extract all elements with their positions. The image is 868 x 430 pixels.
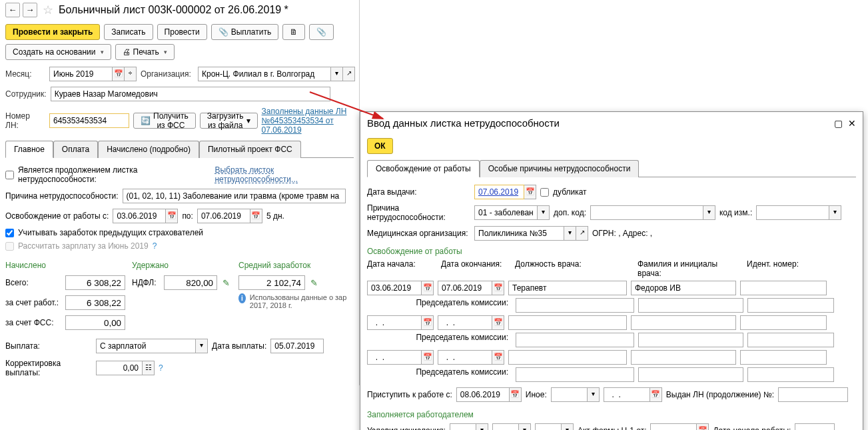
open-icon[interactable]: ↗ — [576, 226, 588, 241]
calc-icon[interactable]: ☷ — [143, 361, 155, 375]
continuation-checkbox[interactable] — [5, 171, 14, 179]
issue-date-input[interactable] — [474, 185, 524, 199]
other-code-input[interactable] — [551, 387, 588, 402]
org-input[interactable] — [198, 67, 331, 81]
dropdown-icon[interactable]: ▾ — [829, 205, 841, 220]
star-icon[interactable]: ☆ — [40, 3, 56, 17]
chairman3-ident[interactable] — [747, 367, 834, 382]
calendar-icon[interactable]: 📅 — [524, 185, 536, 199]
return-date-input[interactable] — [456, 387, 510, 402]
dropdown-icon[interactable]: ▾ — [562, 423, 574, 430]
forward-button[interactable]: → — [23, 3, 37, 17]
calendar-icon[interactable]: 📅 — [422, 350, 434, 365]
calendar-icon[interactable]: 📅 — [422, 281, 434, 295]
help-icon[interactable]: ? — [153, 241, 157, 251]
calendar-icon[interactable]: 📅 — [422, 315, 434, 330]
reason-input[interactable] — [123, 189, 346, 203]
ok-button[interactable]: ОК — [367, 138, 393, 154]
period3-start[interactable] — [367, 350, 422, 365]
choose-sheet-link[interactable]: Выбрать листок нетрудоспособности... — [215, 165, 354, 184]
other-date-input[interactable] — [604, 387, 650, 402]
open-icon[interactable]: ↗ — [343, 67, 355, 81]
help-icon[interactable]: ? — [159, 363, 163, 373]
pay-button[interactable]: 📎 Выплатить — [211, 24, 279, 40]
tab-payment[interactable]: Оплата — [53, 141, 98, 158]
dropdown-icon[interactable]: ▾ — [331, 67, 343, 81]
fss-pay-value[interactable] — [65, 315, 125, 330]
load-file-button[interactable]: Загрузить из файла ▾ — [200, 113, 258, 129]
cond2-input[interactable] — [492, 423, 519, 430]
release-to-input[interactable] — [197, 209, 250, 223]
release-from-input[interactable] — [113, 209, 166, 223]
calendar-icon[interactable]: 📅 — [697, 423, 709, 430]
medorg-input[interactable] — [474, 226, 564, 241]
dropdown-icon[interactable]: ▾ — [538, 205, 550, 220]
edit-icon[interactable]: ✎ — [310, 278, 318, 288]
filled-data-link[interactable]: Заполнены данные ЛН №645353453534 от 07.… — [262, 107, 354, 135]
dlg-reason-input[interactable] — [474, 205, 538, 220]
calendar-icon[interactable]: 📅 — [492, 315, 504, 330]
window-maximize-icon[interactable]: ▢ — [834, 118, 843, 129]
period1-position[interactable] — [508, 281, 627, 295]
cond3-input[interactable] — [535, 423, 562, 430]
chairman2-name[interactable] — [638, 333, 743, 347]
calendar-icon[interactable]: 📅 — [166, 209, 178, 223]
correction-input[interactable] — [96, 361, 143, 375]
stepper-icon[interactable]: ÷ — [125, 67, 137, 81]
period3-doctor[interactable] — [631, 350, 736, 365]
attach-icon-button[interactable]: 📎 — [309, 24, 334, 40]
dropdown-icon[interactable]: ▾ — [476, 423, 488, 430]
period1-ident[interactable] — [740, 281, 827, 295]
period3-end[interactable] — [438, 350, 492, 365]
edit-icon[interactable]: ✎ — [222, 278, 230, 288]
chairman1-name[interactable] — [638, 298, 743, 313]
avg-value[interactable] — [238, 275, 305, 290]
get-fss-button[interactable]: 🔄 Получить из ФСС — [133, 113, 196, 129]
chairman1-ident[interactable] — [747, 298, 834, 313]
dialog-tab-special[interactable]: Особые причины нетрудоспособности — [480, 160, 640, 177]
submit-close-button[interactable]: Провести и закрыть — [5, 24, 100, 40]
ndfl-value[interactable] — [164, 275, 217, 290]
print-button[interactable]: 🖨 Печать — [115, 44, 175, 60]
tab-main[interactable]: Главное — [5, 141, 53, 158]
chairman2-pos[interactable] — [516, 333, 634, 347]
period2-end[interactable] — [438, 315, 492, 330]
duplicate-checkbox[interactable] — [540, 188, 549, 197]
calendar-icon[interactable]: 📅 — [492, 281, 504, 295]
period1-end[interactable] — [438, 281, 492, 295]
consider-prev-checkbox[interactable] — [5, 229, 14, 237]
doc-icon-button[interactable]: 🗎 — [282, 24, 305, 40]
ln-number-input[interactable] — [49, 113, 129, 128]
period1-doctor[interactable] — [631, 281, 736, 295]
tab-accrued[interactable]: Начислено (подробно) — [98, 141, 199, 158]
chairman2-ident[interactable] — [747, 333, 834, 347]
payment-date-input[interactable] — [270, 339, 324, 353]
period2-doctor[interactable] — [631, 315, 736, 330]
dropdown-icon[interactable]: ▾ — [196, 339, 208, 353]
submit-button[interactable]: Провести — [157, 24, 207, 40]
calendar-icon[interactable]: 📅 — [510, 387, 522, 402]
period3-position[interactable] — [508, 350, 627, 365]
create-based-button[interactable]: Создать на основании — [5, 44, 111, 60]
employee-input[interactable] — [51, 87, 330, 101]
employer-value[interactable] — [65, 295, 125, 310]
calendar-icon[interactable]: 📅 — [492, 350, 504, 365]
dropdown-icon[interactable]: ▾ — [519, 423, 531, 430]
total-value[interactable] — [65, 275, 125, 290]
tab-pilot[interactable]: Пилотный проект ФСС — [199, 141, 301, 158]
period2-start[interactable] — [367, 315, 422, 330]
chairman1-pos[interactable] — [516, 298, 634, 313]
period2-ident[interactable] — [740, 315, 827, 330]
work-start-input[interactable] — [795, 423, 835, 430]
period3-ident[interactable] — [740, 350, 827, 365]
period1-start[interactable] — [367, 281, 422, 295]
chairman3-name[interactable] — [638, 367, 743, 382]
month-input[interactable] — [49, 67, 113, 81]
dialog-tab-release[interactable]: Освобождение от работы — [367, 160, 480, 177]
calendar-icon[interactable]: 📅 — [650, 387, 662, 402]
dropdown-icon[interactable]: ▾ — [588, 387, 600, 402]
dropdown-icon[interactable]: ▾ — [564, 226, 576, 241]
save-button[interactable]: Записать — [104, 24, 153, 40]
back-button[interactable]: ← — [5, 3, 20, 17]
close-icon[interactable]: ✕ — [848, 118, 856, 129]
